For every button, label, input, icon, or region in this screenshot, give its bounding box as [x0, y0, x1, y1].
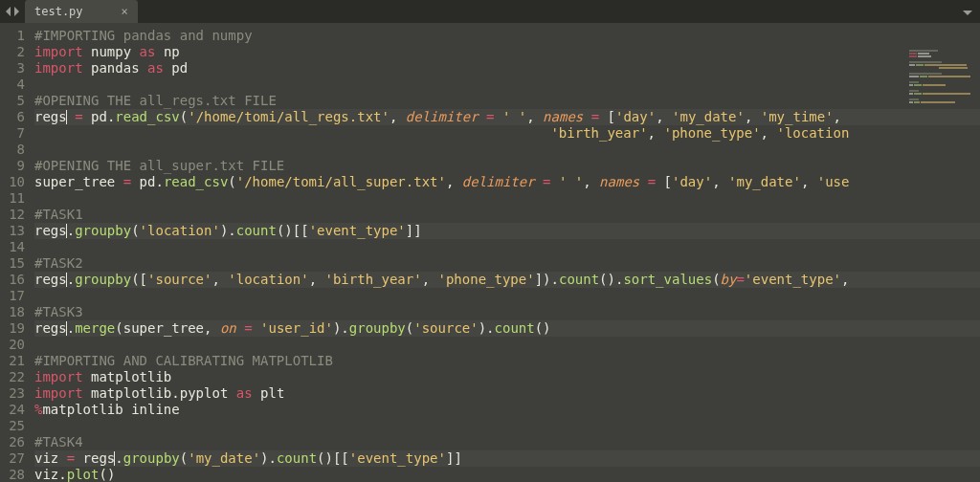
token: read_csv: [115, 109, 179, 124]
line-number: 9: [6, 158, 25, 174]
token: 'user_id': [260, 320, 333, 336]
token: =: [244, 320, 252, 336]
line-number: 28: [6, 467, 25, 482]
tab-bar: test.py ×: [0, 0, 980, 23]
token: ,: [309, 272, 325, 287]
token: .: [115, 450, 122, 466]
code-line[interactable]: #TASK1: [34, 207, 980, 223]
line-number: 25: [6, 418, 25, 434]
code-line[interactable]: super_tree = pd.read_csv('/home/tomi/all…: [34, 174, 980, 190]
token: ).: [333, 320, 349, 336]
editor[interactable]: 1234567891011121314151617181920212223242…: [0, 23, 980, 482]
token: matplotlib: [83, 385, 172, 401]
token: pd: [83, 109, 107, 124]
code-line[interactable]: import numpy as np: [34, 44, 980, 60]
token: ,: [834, 109, 841, 124]
token: .: [67, 223, 75, 238]
token: ,: [648, 125, 664, 141]
token: 'event_type': [349, 450, 446, 466]
token: super_tree: [34, 174, 123, 189]
chevron-down-icon: [963, 9, 972, 16]
code-line[interactable]: regs.groupby(['source', 'location', 'bir…: [34, 272, 980, 288]
code-line[interactable]: import matplotlib: [34, 369, 980, 385]
token: ,: [212, 272, 228, 287]
code-line[interactable]: #TASK4: [34, 434, 980, 450]
line-number: 13: [6, 223, 25, 239]
token: 'phone_type': [438, 272, 535, 287]
code-line[interactable]: #OPENING THE all_super.txt FILE: [34, 158, 980, 174]
token: [479, 109, 486, 124]
token: [599, 109, 607, 124]
token: ,: [745, 109, 761, 124]
line-number: 23: [6, 385, 25, 402]
code-line[interactable]: [34, 190, 980, 207]
token: ' ': [502, 109, 526, 124]
token: regs: [34, 272, 67, 287]
token: ,: [526, 109, 543, 124]
line-number: 4: [6, 77, 25, 93]
code-line[interactable]: import pandas as pd: [34, 60, 980, 77]
token: plot: [67, 467, 100, 482]
token: ,: [390, 109, 406, 124]
token: ]]: [406, 223, 422, 238]
token: (): [535, 320, 551, 336]
token: #IMPORTING pandas and numpy: [34, 28, 253, 43]
code-line[interactable]: [34, 337, 980, 353]
token: delimiter: [406, 109, 479, 124]
code-line[interactable]: [34, 77, 980, 93]
line-number: 7: [6, 125, 25, 142]
line-number: 10: [6, 174, 25, 190]
token: count: [495, 320, 535, 336]
code-line[interactable]: import matplotlib.pyplot as plt: [34, 385, 980, 402]
code-line[interactable]: [34, 142, 980, 158]
token: on: [220, 320, 236, 336]
code-line[interactable]: 'birth_year', 'phone_type', 'location: [34, 125, 980, 142]
line-number: 24: [6, 402, 25, 418]
code-line[interactable]: #OPENING THE all_regs.txt FILE: [34, 93, 980, 109]
token: groupby: [75, 223, 131, 238]
code-line[interactable]: [34, 418, 980, 434]
token: delimiter: [462, 174, 535, 189]
code-line[interactable]: #IMPORTING pandas and numpy: [34, 28, 980, 44]
code-line[interactable]: [34, 239, 980, 255]
token: 'event_type': [309, 223, 406, 238]
token: 'location: [776, 125, 849, 141]
token: #TASK3: [34, 304, 83, 319]
code-line[interactable]: viz = regs.groupby('my_date').count()[['…: [34, 450, 980, 467]
token: names: [599, 174, 639, 189]
line-number: 20: [6, 337, 25, 353]
token: ,: [422, 272, 438, 287]
tab-file[interactable]: test.py ×: [25, 0, 138, 23]
tab-overflow[interactable]: [955, 4, 980, 19]
token: count: [277, 450, 317, 466]
line-number: 6: [6, 109, 25, 125]
code-line[interactable]: [34, 288, 980, 304]
token: 'birth_year': [550, 125, 647, 141]
token: ,: [656, 109, 672, 124]
tab-nav[interactable]: [0, 7, 25, 16]
code-line[interactable]: #IMPORTING AND CALIBRATING MATPLOTLIB: [34, 353, 980, 369]
token: regs: [34, 223, 67, 238]
token: '/home/tomi/all_regs.txt': [188, 109, 390, 124]
line-number: 21: [6, 353, 25, 369]
code-line[interactable]: #TASK3: [34, 304, 980, 320]
token: sort_values: [623, 272, 712, 287]
code-area[interactable]: #IMPORTING pandas and numpyimport numpy …: [34, 23, 980, 482]
token: [236, 320, 244, 336]
token: as: [236, 385, 253, 401]
token: matplotlib inline: [42, 402, 179, 417]
token: (: [180, 450, 188, 466]
tab-close-icon[interactable]: ×: [122, 5, 128, 18]
code-line[interactable]: regs.groupby('location').count()[['event…: [34, 223, 980, 239]
token: =: [486, 109, 494, 124]
token: 'source': [413, 320, 478, 336]
token: ()[[: [277, 223, 309, 238]
token: 'source': [147, 272, 212, 287]
line-number: 22: [6, 369, 25, 385]
code-line[interactable]: #TASK2: [34, 255, 980, 272]
code-line[interactable]: regs = pd.read_csv('/home/tomi/all_regs.…: [34, 109, 980, 125]
token: =: [67, 450, 75, 466]
code-line[interactable]: viz.plot(): [34, 467, 980, 482]
code-line[interactable]: %matplotlib inline: [34, 402, 980, 418]
code-line[interactable]: regs.merge(super_tree, on = 'user_id').g…: [34, 320, 980, 337]
